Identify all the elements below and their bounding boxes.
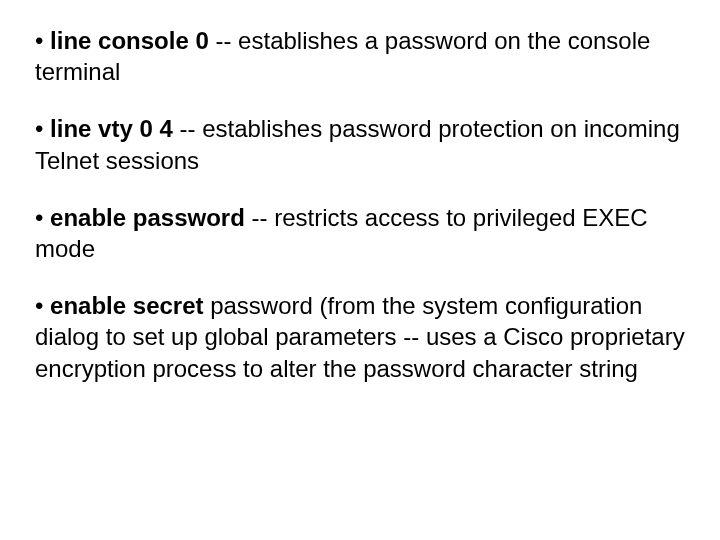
command-bold: line vty 0 4 — [50, 115, 173, 142]
bullet-marker: • — [35, 27, 50, 54]
command-bold: enable password — [50, 204, 245, 231]
bullet-item-line-vty: • line vty 0 4 -- establishes password p… — [35, 113, 685, 175]
bullet-marker: • — [35, 115, 50, 142]
bullet-item-enable-password: • enable password -- restricts access to… — [35, 202, 685, 264]
command-bold: enable secret — [50, 292, 203, 319]
bullet-marker: • — [35, 204, 50, 231]
bullet-marker: • — [35, 292, 50, 319]
bullet-item-enable-secret: • enable secret password (from the syste… — [35, 290, 685, 384]
bullet-item-line-console: • line console 0 -- establishes a passwo… — [35, 25, 685, 87]
command-bold: line console 0 — [50, 27, 209, 54]
